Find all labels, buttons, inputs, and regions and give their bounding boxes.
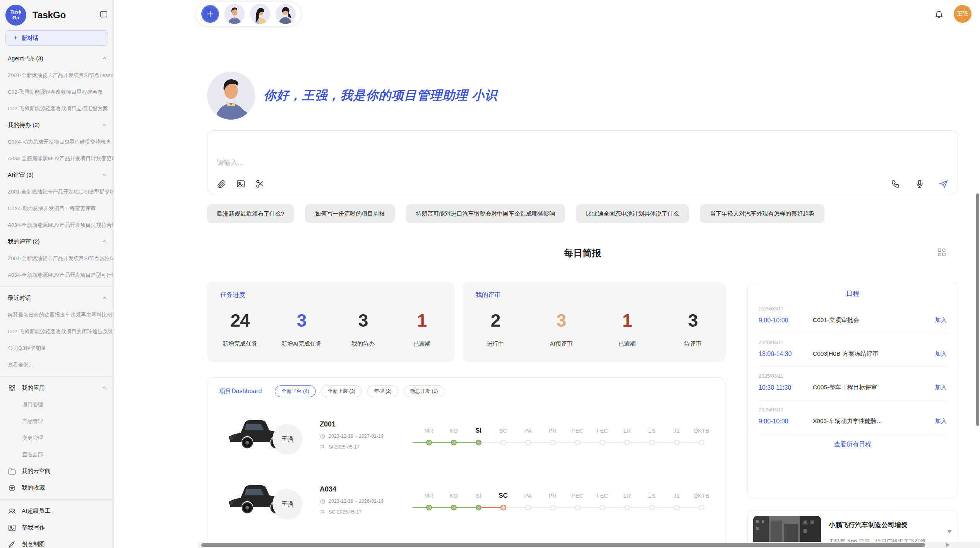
vertical-scrollbar-thumb[interactable] bbox=[976, 194, 979, 426]
join-link[interactable]: 加入 bbox=[935, 317, 947, 324]
recent-chat-item[interactable]: 公司Q3轻卡销量 bbox=[8, 340, 46, 356]
voice-call-icon[interactable] bbox=[891, 179, 900, 188]
sidebar-item[interactable]: A034-全新新能源MUV产品开发项目法规符合性评审 bbox=[8, 217, 113, 233]
sidebar-item-creative-draw[interactable]: 创意制图 bbox=[0, 536, 113, 548]
horizontal-scrollbar[interactable] bbox=[198, 542, 980, 548]
section-ai-review[interactable]: AI评审 (3) bbox=[0, 167, 113, 183]
collapse-sidebar-icon[interactable] bbox=[99, 10, 108, 20]
sidebar-item[interactable]: C02-飞腾新能源轻客改款项目立项汇报方案 bbox=[8, 100, 108, 117]
review-card-title: 我的评审 bbox=[476, 291, 713, 299]
recent-chat-item[interactable]: C02-飞腾新能源轻客改款项目的闭环通告反馈情况 bbox=[8, 323, 113, 340]
join-link[interactable]: 加入 bbox=[935, 418, 947, 425]
section-my-apps[interactable]: 我的应用 bbox=[0, 380, 113, 396]
view-all-chats[interactable]: 查看全部... bbox=[8, 356, 33, 373]
image-icon bbox=[8, 524, 16, 532]
stats-row: 任务进度 24 新增完成任务 3 新增AI完成任务 3 bbox=[207, 282, 726, 362]
project-owner-avatar: 王强 bbox=[272, 424, 302, 454]
app-item-product-mgmt[interactable]: 产品管理 bbox=[22, 413, 43, 430]
milestone-label: MR bbox=[416, 490, 441, 502]
recent-chat-item[interactable]: 解释最新出台的欧盟报废车法规再生塑料比例被调至15%... bbox=[8, 307, 113, 323]
sidebar-item-cloud-space[interactable]: 我的云空间 bbox=[0, 463, 113, 480]
join-link[interactable]: 加入 bbox=[935, 384, 947, 391]
suggestion-chip[interactable]: 当下年轻人对汽车外观有怎样的喜好趋势 bbox=[700, 204, 824, 223]
stat-value: 1 bbox=[404, 310, 439, 331]
sidebar-scroll-area[interactable]: Agent已办 (3) Z001-全新燃油皮卡产品开发项目SI节点Lesson … bbox=[0, 46, 113, 548]
chat-input[interactable]: 请输入... bbox=[217, 158, 948, 179]
schedule-title: 日程 bbox=[759, 289, 947, 298]
dashboard-filters: 全新平台 (4) 全新上装 (3) 年型 (2) 动总开发 (1) bbox=[275, 385, 444, 397]
view-all-schedule-link[interactable]: 查看所有日程 bbox=[759, 440, 947, 449]
project-owner-avatar: 王强 bbox=[272, 489, 302, 519]
agent-avatar-3[interactable] bbox=[276, 4, 296, 24]
attachment-icon[interactable] bbox=[217, 179, 226, 188]
schedule-name: X003-车辆动力学性能验... bbox=[813, 417, 935, 425]
schedule-entry: 2025/03/11 9:00-10:00 X003-车辆动力学性能验... 加… bbox=[759, 401, 947, 434]
milestone-dot bbox=[426, 440, 432, 445]
schedule-name: C005-整车工程目标评审 bbox=[813, 384, 935, 392]
sidebar-item-ai-staff[interactable]: AI超级员工 bbox=[0, 503, 113, 519]
join-link[interactable]: 加入 bbox=[935, 350, 947, 358]
agent-avatar-1[interactable] bbox=[224, 4, 245, 24]
sidebar-item[interactable]: C02-飞腾新能源轻客改款项目里程碑画布 bbox=[8, 84, 103, 100]
scroll-down-arrow[interactable] bbox=[947, 530, 952, 533]
milestone-dot bbox=[699, 505, 704, 510]
screenshot-scissors-icon[interactable] bbox=[255, 179, 265, 188]
stat-review-overdue: 1 已逾期 bbox=[610, 310, 644, 348]
briefing-title: 每日简报 bbox=[564, 248, 601, 258]
suggestion-chip[interactable]: 如何写一份清晰的项目周报 bbox=[305, 204, 395, 223]
milestone-label: PEC bbox=[565, 425, 590, 437]
project-next-milestone: SI-2025-05-17 bbox=[329, 444, 360, 450]
stat-label: 已逾期 bbox=[404, 340, 439, 348]
section-my-todo[interactable]: 我的待办 (2) bbox=[0, 117, 113, 134]
view-all-apps[interactable]: 查看全部... bbox=[22, 446, 47, 463]
section-label: 最近对话 bbox=[8, 295, 31, 302]
new-chat-button[interactable]: + 新对话 bbox=[5, 30, 108, 46]
schedule-date: 2025/03/11 bbox=[759, 339, 947, 345]
filter-new-body[interactable]: 全新上装 (3) bbox=[321, 385, 362, 397]
layout-grid-icon[interactable] bbox=[937, 248, 946, 259]
user-avatar[interactable]: 王强 bbox=[954, 5, 971, 23]
section-recent-chats[interactable]: 最近对话 bbox=[0, 290, 113, 307]
agent-avatar-2[interactable] bbox=[250, 4, 270, 24]
filter-powertrain[interactable]: 动总开发 (1) bbox=[404, 385, 445, 397]
suggestion-chip[interactable]: 比亚迪全固态电池计划具体说了什么 bbox=[576, 204, 689, 223]
milestone-dot bbox=[500, 440, 506, 445]
app-item-change-mgmt[interactable]: 变更管理 bbox=[22, 430, 43, 446]
app-item-project-mgmt[interactable]: 项目管理 bbox=[22, 396, 43, 413]
sidebar: Task Go TaskGo + 新对话 Agent已办 (3) Z001-全新… bbox=[0, 0, 114, 548]
milestone-label: PA bbox=[516, 425, 540, 437]
notification-bell-icon[interactable] bbox=[934, 9, 944, 19]
sidebar-item[interactable]: A034-全新新能源MUV产品开发项目造型可行性评审 bbox=[8, 267, 113, 283]
section-label: 我的应用 bbox=[22, 384, 45, 392]
milestone-label: LS bbox=[639, 490, 664, 502]
section-agent-done[interactable]: Agent已办 (3) bbox=[0, 50, 113, 67]
project-row-a034[interactable]: 王强 A034 2023-12-19 ~ 2026-01-19 SC-2025-… bbox=[219, 473, 714, 527]
milestone-dot bbox=[649, 505, 655, 510]
sidebar-item[interactable]: C0X4-动力总成开发项目SI里程碑提交物检查 bbox=[8, 134, 111, 150]
sidebar-item[interactable]: A034-全新新能源MUV产品开发项目计划变更表编写 bbox=[8, 150, 113, 167]
microphone-icon[interactable] bbox=[915, 179, 924, 188]
divider bbox=[0, 499, 113, 500]
filter-model-year[interactable]: 年型 (2) bbox=[367, 385, 398, 397]
assistant-avatar bbox=[207, 72, 255, 120]
project-row-z001[interactable]: 王强 Z001 2023-12-19 ~ 2027-01-19 SI-2025-… bbox=[219, 408, 714, 462]
sidebar-item-favorites[interactable]: 我的收藏 bbox=[0, 480, 113, 496]
sidebar-item[interactable]: C0X4-动力总成开发项目工程变更评审 bbox=[8, 200, 96, 217]
milestone-label: MR bbox=[416, 425, 441, 437]
scroll-right-arrow[interactable] bbox=[946, 543, 950, 547]
send-icon[interactable] bbox=[939, 179, 948, 188]
milestone-dot bbox=[699, 440, 704, 445]
filter-new-platform[interactable]: 全新平台 (4) bbox=[275, 385, 316, 397]
image-upload-icon[interactable] bbox=[236, 179, 245, 188]
add-agent-button[interactable] bbox=[201, 5, 219, 23]
sidebar-item-help-write[interactable]: 帮我写作 bbox=[0, 519, 113, 536]
sidebar-item[interactable]: Z001-全新燃油轻卡产品开发项目SI造型提交物评审 bbox=[8, 183, 113, 200]
stat-my-todo: 3 我的待办 bbox=[346, 310, 380, 348]
suggestion-chip[interactable]: 欧洲新规最近颁布了什么? bbox=[207, 204, 294, 223]
section-my-review[interactable]: 我的评审 (2) bbox=[0, 233, 113, 250]
sidebar-item[interactable]: Z001-全新燃油轻卡产品开发项目SI节点属性5D文件评审 bbox=[8, 250, 113, 267]
sidebar-item[interactable]: Z001-全新燃油皮卡产品开发项目SI节点Lesson Learn报告 bbox=[8, 67, 113, 84]
horizontal-scrollbar-thumb[interactable] bbox=[201, 543, 925, 547]
schedule-name: C003|H0B-方案冻结评审 bbox=[813, 350, 935, 358]
suggestion-chip[interactable]: 特朗普可能对进口汽车增税会对中国车企造成哪些影响 bbox=[406, 204, 565, 223]
